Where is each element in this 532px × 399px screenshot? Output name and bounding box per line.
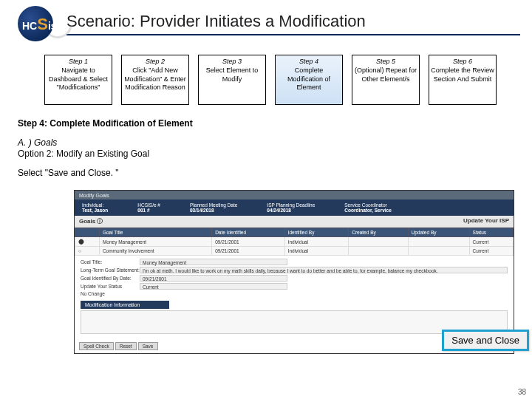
ss-bottom-buttons: Spell Check Reset Save: [79, 342, 158, 350]
step-3: Step 3Select Element to Modify: [198, 55, 266, 105]
instruction-line: Select "Save and Close. ": [18, 168, 514, 178]
ss-fields: Goal Title:Money Management Long-Term Go…: [75, 256, 514, 337]
page-title: Scenario: Provider Initiates a Modificat…: [66, 12, 520, 35]
steps-row: Step 1Navigate to Dashboard & Select "Mo…: [0, 44, 532, 105]
step-4-active: Step 4Complete Modification of Element: [275, 55, 343, 105]
ss-goals-table: Goal Title Date Identified Identified By…: [75, 228, 514, 256]
ss-navbar: Individual:Test, Jason HCSIS/e #001 # Pl…: [75, 200, 514, 216]
page-number: 38: [518, 388, 526, 396]
body-text: Step 4: Complete Modification of Element…: [0, 105, 532, 190]
goals-subheading: A. ) Goals: [18, 137, 514, 148]
step-4-heading: Step 4: Complete Modification of Element: [18, 118, 514, 129]
step-2: Step 2Click "Add New Modification" & Ent…: [121, 55, 189, 105]
step-1: Step 1Navigate to Dashboard & Select "Mo…: [44, 55, 112, 105]
logo-text-hc: HC: [22, 20, 37, 32]
save-and-close-callout[interactable]: Save and Close: [442, 330, 529, 351]
hcsis-logo: HCSis: [12, 6, 64, 41]
option-line: Option 2: Modify an Existing Goal: [18, 149, 514, 159]
spell-check-button[interactable]: Spell Check: [79, 342, 114, 350]
step-6: Step 6Complete the Review Section And Su…: [429, 55, 497, 105]
logo-text-s: S: [37, 15, 48, 33]
step-5: Step 5(Optional) Repeat for Other Elemen…: [352, 55, 420, 105]
table-row[interactable]: ⬤ Money Management 09/21/2001 Individual…: [75, 237, 514, 247]
ss-section-header: Goals ⓘ Update Your ISP: [75, 216, 514, 228]
save-button[interactable]: Save: [138, 342, 158, 350]
logo-text-is: is: [48, 20, 57, 32]
ss-titlebar: Modify Goals: [75, 191, 514, 200]
table-row[interactable]: ○ Community Involvement 09/21/2001 Indiv…: [75, 247, 514, 256]
ss-modinfo-header: Modification Information: [81, 301, 169, 309]
reset-button[interactable]: Reset: [115, 342, 137, 350]
